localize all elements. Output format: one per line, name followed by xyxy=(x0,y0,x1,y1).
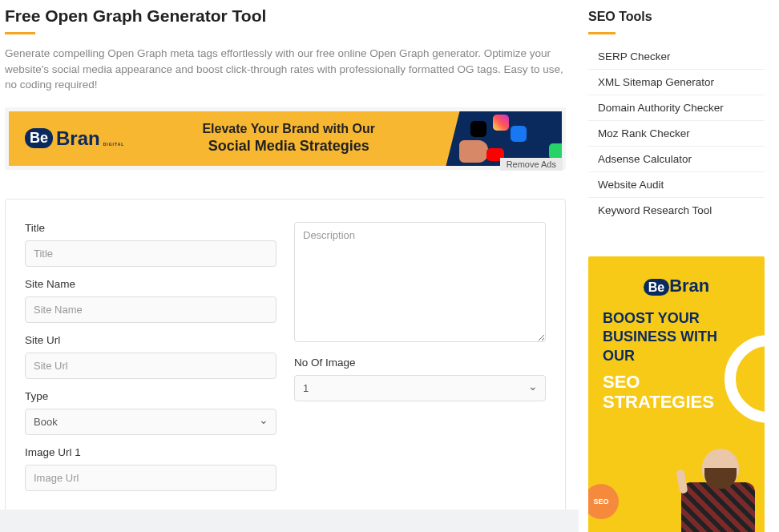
site-name-input[interactable] xyxy=(25,296,276,323)
type-label: Type xyxy=(25,390,276,402)
image-url-input[interactable] xyxy=(25,465,276,491)
no-of-image-label: No Of Image xyxy=(294,357,546,369)
site-url-label: Site Url xyxy=(25,334,276,346)
banner-logo-be: Be xyxy=(25,128,53,148)
sidebar-title: SEO Tools xyxy=(588,10,765,24)
gear-icon xyxy=(588,484,619,519)
ad-banner[interactable]: Be Bran DIGITAL Elevate Your Brand with … xyxy=(9,111,562,166)
instagram-icon xyxy=(493,115,509,131)
sidebar-underline xyxy=(588,32,616,34)
site-name-label: Site Name xyxy=(25,278,276,290)
sidebar-item-da[interactable]: Domain Authority Checker xyxy=(588,95,765,121)
description-textarea[interactable] xyxy=(294,222,546,342)
sidebar-item-moz[interactable]: Moz Rank Checker xyxy=(588,121,765,147)
type-select[interactable]: Book xyxy=(25,409,276,435)
form-card: Title Site Name Site Url Type Book xyxy=(5,199,566,532)
no-of-image-select[interactable]: 1 xyxy=(294,375,546,401)
page-bottom-strip xyxy=(0,510,579,532)
title-label: Title xyxy=(25,222,276,234)
page-title: Free Open Graph Generator Tool xyxy=(5,6,566,26)
whatsapp-icon xyxy=(549,143,562,159)
image-url-label: Image Url 1 xyxy=(25,446,276,458)
banner-line1: Elevate Your Brand with Our xyxy=(124,121,453,138)
sidebar-item-serp[interactable]: SERP Checker xyxy=(588,49,765,70)
sidebar-item-keyword[interactable]: Keyword Research Tool xyxy=(588,198,765,223)
ad-banner-wrap: Be Bran DIGITAL Elevate Your Brand with … xyxy=(5,107,566,170)
sidebar-item-adsense[interactable]: Adsense Calculator xyxy=(588,147,765,172)
page-subtitle: Generate compelling Open Graph meta tags… xyxy=(5,46,566,93)
remove-ads-link[interactable]: Remove Ads xyxy=(500,158,563,171)
side-ad[interactable]: BeBran BOOST YOUR BUSINESS WITH OUR SEO … xyxy=(588,256,765,532)
banner-text: Elevate Your Brand with Our Social Media… xyxy=(124,121,453,156)
person-graphic xyxy=(670,444,758,532)
facebook-icon xyxy=(511,126,527,142)
side-ad-logo: BeBran xyxy=(603,276,750,296)
hand-icon xyxy=(459,140,488,163)
banner-logo-bran: Bran xyxy=(56,127,100,150)
banner-logo-sub: DIGITAL xyxy=(103,142,125,147)
side-ad-logo-be: Be xyxy=(644,279,669,296)
tiktok-icon xyxy=(470,121,486,137)
title-input[interactable] xyxy=(25,240,276,267)
sidebar-item-xml[interactable]: XML Sitemap Generator xyxy=(588,70,765,95)
side-ad-boost: BOOST YOUR BUSINESS WITH OUR xyxy=(603,309,750,365)
sidebar-list: SERP Checker XML Sitemap Generator Domai… xyxy=(588,49,765,223)
side-ad-logo-bran: Bran xyxy=(669,276,709,296)
sidebar-item-audit[interactable]: Website Audit xyxy=(588,172,765,198)
title-underline xyxy=(5,32,35,34)
banner-line2: Social Media Strategies xyxy=(124,137,453,155)
banner-logo: Be Bran DIGITAL xyxy=(9,127,124,150)
site-url-input[interactable] xyxy=(25,353,276,379)
